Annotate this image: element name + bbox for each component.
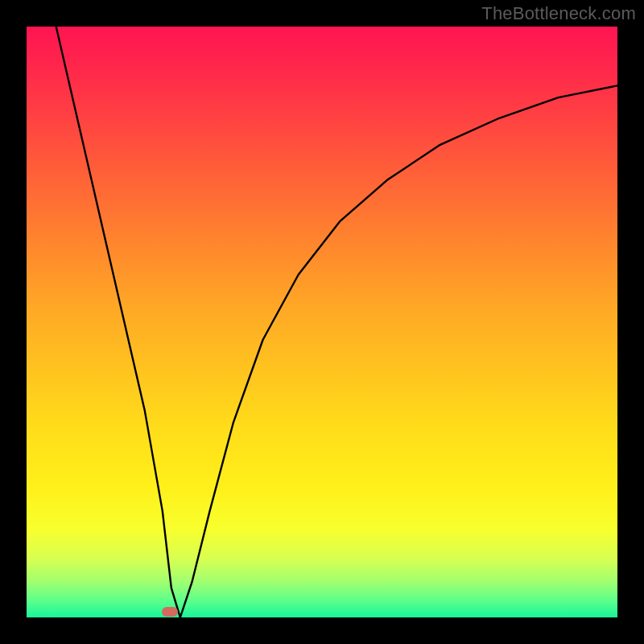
chart-frame: TheBottleneck.com xyxy=(0,0,644,644)
watermark-text: TheBottleneck.com xyxy=(481,3,636,24)
plot-area xyxy=(27,27,617,617)
bottleneck-curve xyxy=(27,27,617,617)
optimum-marker xyxy=(162,607,178,617)
